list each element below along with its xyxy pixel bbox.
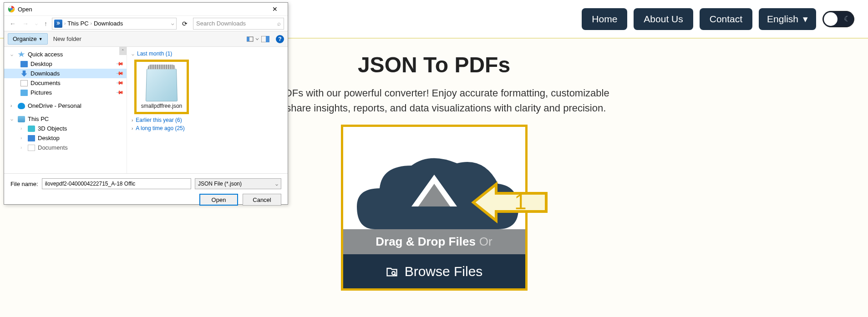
tree-quick-access[interactable]: ⌵ Quick access xyxy=(4,50,127,59)
onedrive-icon xyxy=(18,103,25,109)
svg-text:1: 1 xyxy=(514,190,527,214)
organize-button[interactable]: Organize ▼ xyxy=(8,33,48,45)
view-options-button[interactable] xyxy=(247,36,255,42)
group-earlier-year[interactable]: › Earlier this year (6) xyxy=(132,116,283,124)
language-selector[interactable]: English ▾ xyxy=(759,8,816,30)
file-list-pane: ⌵ Last month (1) smallpdffree.json › Ear… xyxy=(127,47,288,173)
drag-drop-label: Drag & Drop Files Or xyxy=(343,229,525,254)
breadcrumb-dropdown[interactable]: ⌵ xyxy=(171,20,174,26)
expand-icon: › xyxy=(20,145,25,150)
annotation-arrow-1: 1 xyxy=(469,177,551,227)
document-icon xyxy=(28,145,35,151)
expand-icon: › xyxy=(20,136,25,141)
dialog-nav-bar: ← → ⌵ ↑ › This PC › Downloads ⌵ ⟳ Search… xyxy=(4,15,288,31)
help-button[interactable]: ? xyxy=(276,35,284,43)
tree-downloads[interactable]: Downloads 📌 xyxy=(4,69,127,78)
tree-3d-objects[interactable]: › 3D Objects xyxy=(4,124,127,133)
pin-icon: 📌 xyxy=(115,60,124,68)
contact-button[interactable]: Contact xyxy=(700,8,752,30)
expand-icon: › xyxy=(20,126,25,131)
close-button[interactable]: ✕ xyxy=(266,3,284,15)
expand-icon: › xyxy=(132,118,133,123)
group-long-ago[interactable]: › A long time ago (25) xyxy=(132,124,283,132)
folder-tree: ⌃ ⌵ Quick access Desktop 📌 Downloads 📌 D… xyxy=(4,47,127,173)
toggle-knob xyxy=(824,12,838,26)
language-label: English xyxy=(767,14,798,25)
new-folder-button[interactable]: New folder xyxy=(53,35,81,42)
pin-icon: 📌 xyxy=(115,88,124,97)
breadcrumb-separator: › xyxy=(91,21,92,26)
home-button[interactable]: Home xyxy=(582,8,627,30)
browse-files-button[interactable]: Browse Files xyxy=(343,254,525,288)
tree-this-pc[interactable]: ⌵ This PC xyxy=(4,114,127,124)
folder-search-icon xyxy=(386,265,398,278)
document-icon xyxy=(20,80,28,86)
refresh-button[interactable]: ⟳ xyxy=(179,19,190,28)
about-button[interactable]: About Us xyxy=(634,8,693,30)
moon-icon: ☾ xyxy=(844,15,850,23)
tree-documents[interactable]: Documents 📌 xyxy=(4,78,127,88)
back-button[interactable]: ← xyxy=(8,19,18,28)
breadcrumb-root[interactable]: This PC xyxy=(67,20,88,27)
file-item-smallpdffree[interactable]: smallpdffree.json xyxy=(134,60,189,114)
breadcrumb-separator: › xyxy=(64,21,66,26)
up-button[interactable]: ↑ xyxy=(42,19,49,28)
dropdown-arrow-icon: ▼ xyxy=(39,37,43,41)
svg-rect-7 xyxy=(247,37,249,41)
forward-button[interactable]: → xyxy=(20,19,30,28)
desktop-icon xyxy=(20,61,28,67)
chevron-down-icon: ▾ xyxy=(803,14,808,25)
recent-dropdown[interactable]: ⌵ xyxy=(33,20,40,27)
folder-icon xyxy=(54,20,62,28)
star-icon xyxy=(18,51,25,58)
json-file-icon xyxy=(143,65,180,101)
collapse-icon: ⌵ xyxy=(132,51,134,56)
tree-desktop[interactable]: Desktop 📌 xyxy=(4,59,127,69)
dialog-bottom-bar: File name: JSON File (*.json) ⌵ Open Can… xyxy=(4,173,288,210)
dark-mode-toggle[interactable]: ☾ xyxy=(822,11,854,27)
open-button[interactable]: Open xyxy=(199,194,238,206)
breadcrumb-path[interactable]: › This PC › Downloads ⌵ xyxy=(52,18,177,30)
dropdown-icon: ⌵ xyxy=(275,181,278,186)
dialog-titlebar: Open ✕ xyxy=(4,3,288,15)
svg-rect-9 xyxy=(266,36,269,42)
download-icon xyxy=(20,70,28,77)
expand-icon: › xyxy=(10,103,15,108)
cancel-button[interactable]: Cancel xyxy=(243,194,281,206)
group-last-month[interactable]: ⌵ Last month (1) xyxy=(132,50,283,58)
preview-pane-button[interactable] xyxy=(261,36,269,42)
tree-onedrive[interactable]: › OneDrive - Personal xyxy=(4,101,127,111)
pictures-icon xyxy=(20,90,28,96)
desktop-icon xyxy=(28,135,35,141)
file-open-dialog: Open ✕ ← → ⌵ ↑ › This PC › Downloads ⌵ ⟳… xyxy=(4,2,288,205)
expand-for=: › xyxy=(132,126,133,131)
file-name-label: smallpdffree.json xyxy=(137,103,186,109)
dialog-body: ⌃ ⌵ Quick access Desktop 📌 Downloads 📌 D… xyxy=(4,47,288,173)
tree-documents-pc[interactable]: › Documents xyxy=(4,143,127,152)
pc-icon xyxy=(18,116,25,122)
filename-label: File name: xyxy=(10,181,38,187)
pin-icon: 📌 xyxy=(115,69,124,78)
search-placeholder: Search Downloads xyxy=(196,20,246,27)
3d-icon xyxy=(28,126,35,132)
expand-icon: ⌵ xyxy=(10,116,15,121)
search-icon: ⌕ xyxy=(277,20,281,27)
search-input[interactable]: Search Downloads ⌕ xyxy=(193,18,284,30)
tree-desktop-pc[interactable]: › Desktop xyxy=(4,133,127,143)
filetype-selector[interactable]: JSON File (*.json) ⌵ xyxy=(195,178,281,189)
tree-pictures[interactable]: Pictures 📌 xyxy=(4,88,127,97)
breadcrumb-current[interactable]: Downloads xyxy=(94,20,123,27)
chrome-icon xyxy=(8,5,15,13)
filename-input[interactable] xyxy=(42,178,191,189)
dialog-title: Open xyxy=(18,6,266,13)
expand-icon: ⌵ xyxy=(10,52,15,57)
dialog-toolbar: Organize ▼ New folder ? xyxy=(4,31,288,47)
pin-icon: 📌 xyxy=(115,79,124,87)
